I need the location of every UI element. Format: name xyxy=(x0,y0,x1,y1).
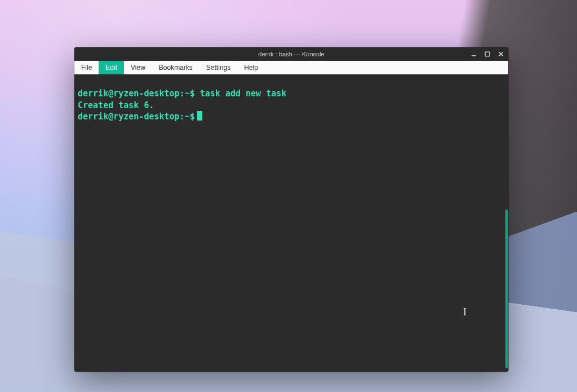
text-cursor-icon: I xyxy=(463,305,467,319)
scrollbar-thumb[interactable] xyxy=(505,210,508,368)
menu-help[interactable]: Help xyxy=(237,61,265,74)
shell-command: task add new task xyxy=(200,88,287,99)
menubar: File Edit View Bookmarks Settings Help xyxy=(74,61,508,74)
maximize-icon xyxy=(485,51,490,57)
window-controls xyxy=(470,47,505,61)
menu-bookmarks[interactable]: Bookmarks xyxy=(152,61,199,74)
minimize-button[interactable] xyxy=(470,50,478,58)
minimize-icon xyxy=(471,51,477,57)
konsole-window: derrik : bash — Konsole File Edit View B… xyxy=(74,47,508,372)
window-titlebar[interactable]: derrik : bash — Konsole xyxy=(74,47,508,61)
menu-file[interactable]: File xyxy=(74,61,99,74)
terminal-wrap: derrik@ryzen-desktop:~$ task add new tas… xyxy=(74,74,508,372)
shell-prompt: derrik@ryzen-desktop:~$ xyxy=(78,112,195,122)
menu-settings[interactable]: Settings xyxy=(199,61,237,74)
window-title: derrik : bash — Konsole xyxy=(74,51,508,57)
shell-output: Created task 6. xyxy=(78,100,154,110)
shell-prompt: derrik@ryzen-desktop:~$ xyxy=(78,88,195,99)
maximize-button[interactable] xyxy=(483,50,491,58)
terminal-scrollbar[interactable] xyxy=(505,74,508,372)
menu-view[interactable]: View xyxy=(124,61,152,74)
menu-edit[interactable]: Edit xyxy=(99,61,124,74)
svg-rect-1 xyxy=(485,52,490,56)
close-icon xyxy=(498,51,504,57)
close-button[interactable] xyxy=(497,50,505,58)
terminal-cursor xyxy=(197,111,202,121)
terminal[interactable]: derrik@ryzen-desktop:~$ task add new tas… xyxy=(74,74,505,372)
